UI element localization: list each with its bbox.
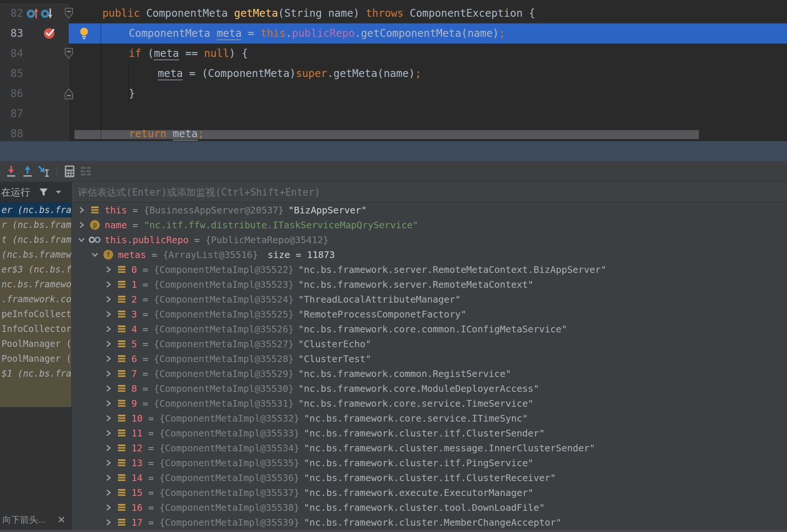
chevron-right-icon[interactable] bbox=[105, 325, 112, 333]
gutter[interactable]: 87 bbox=[0, 104, 69, 124]
gutter[interactable]: 82 bbox=[0, 3, 69, 23]
chevron-right-icon[interactable] bbox=[105, 444, 112, 452]
chevron-right-icon[interactable] bbox=[105, 266, 112, 273]
array-item-row[interactable]: 7 = {ComponentMetaImpl@35529}"nc.bs.fram… bbox=[72, 366, 787, 381]
stack-frame-item[interactable]: r (nc.bs.frame bbox=[0, 217, 71, 232]
array-item-row[interactable]: 8 = {ComponentMetaImpl@35530}"nc.bs.fram… bbox=[72, 381, 787, 396]
stack-frame-item[interactable]: peInfoCollecto bbox=[0, 307, 71, 322]
fold-end-icon[interactable] bbox=[64, 88, 74, 100]
chevron-right-icon[interactable] bbox=[105, 296, 112, 303]
expand-toggle[interactable] bbox=[105, 340, 112, 348]
breakpoint-icon[interactable] bbox=[43, 27, 56, 40]
chevron-right-icon[interactable] bbox=[105, 429, 112, 437]
override-down-icon[interactable] bbox=[40, 6, 54, 21]
chevron-right-icon[interactable] bbox=[78, 206, 85, 214]
variable-row[interactable]: this = {BusinessAppServer@20537}"BizAppS… bbox=[72, 203, 787, 217]
import-watches-button[interactable] bbox=[3, 163, 19, 180]
variables-tree[interactable]: this = {BusinessAppServer@20537}"BizAppS… bbox=[72, 203, 787, 530]
code-line[interactable]: meta = (ComponentMeta)super.getMeta(name… bbox=[69, 64, 787, 84]
filter-icon[interactable] bbox=[38, 187, 49, 197]
chevron-right-icon[interactable] bbox=[105, 474, 112, 481]
stack-frame-item[interactable]: er$3 (nc.bs.fr bbox=[0, 262, 71, 277]
array-item-row[interactable]: 2 = {ComponentMetaImpl@35524}"ThreadLoca… bbox=[72, 292, 787, 307]
array-item-row[interactable]: 1 = {ComponentMetaImpl@35523}"nc.bs.fram… bbox=[72, 277, 787, 292]
breakpoint-area[interactable] bbox=[43, 23, 56, 43]
expand-toggle[interactable] bbox=[105, 415, 112, 422]
editor[interactable]: 82public ComponentMeta getMeta(String na… bbox=[0, 0, 787, 141]
code-line[interactable]: if (meta == null) { bbox=[69, 43, 787, 64]
chevron-right-icon[interactable] bbox=[105, 310, 112, 318]
array-item-row[interactable]: 9 = {ComponentMetaImpl@35531}"nc.bs.fram… bbox=[72, 396, 787, 411]
expand-toggle[interactable] bbox=[105, 429, 112, 437]
chevron-down-icon[interactable] bbox=[91, 251, 99, 258]
intention-bulb[interactable] bbox=[79, 23, 90, 43]
array-item-row[interactable]: 3 = {ComponentMetaImpl@35525}"RemoteProc… bbox=[72, 307, 787, 322]
expand-toggle[interactable] bbox=[105, 325, 112, 333]
chevron-right-icon[interactable] bbox=[105, 340, 112, 348]
stack-frame-item[interactable]: $1 (nc.bs.fram bbox=[0, 366, 71, 381]
evaluate-expression-button[interactable] bbox=[61, 163, 78, 180]
override-up-icon[interactable] bbox=[26, 6, 40, 21]
stack-frame-item[interactable]: er (nc.bs.fram bbox=[0, 203, 71, 217]
chevron-right-icon[interactable] bbox=[105, 415, 112, 422]
chevron-right-icon[interactable] bbox=[105, 370, 112, 377]
fold-marker[interactable] bbox=[64, 84, 74, 104]
expand-toggle[interactable] bbox=[105, 370, 112, 377]
expand-toggle[interactable] bbox=[78, 221, 85, 229]
chevron-right-icon[interactable] bbox=[105, 519, 112, 526]
expand-toggle[interactable] bbox=[91, 251, 99, 258]
code-line[interactable] bbox=[69, 104, 787, 124]
array-item-row[interactable]: 10 = {ComponentMetaImpl@35532}"nc.bs.fra… bbox=[72, 411, 787, 426]
stack-frame-item[interactable]: PoolManager (n bbox=[0, 351, 71, 366]
chevron-down-icon[interactable] bbox=[78, 236, 85, 243]
array-item-row[interactable]: 6 = {ComponentMetaImpl@35528}"ClusterTes… bbox=[72, 351, 787, 366]
expand-toggle[interactable] bbox=[105, 310, 112, 318]
chevron-right-icon[interactable] bbox=[105, 385, 112, 392]
array-item-row[interactable]: 11 = {ComponentMetaImpl@35533}"nc.bs.fra… bbox=[72, 426, 787, 441]
chevron-right-icon[interactable] bbox=[105, 504, 112, 511]
code-line[interactable]: public ComponentMeta getMeta(String name… bbox=[69, 3, 787, 23]
array-item-row[interactable]: 15 = {ComponentMetaImpl@35537}"nc.bs.fra… bbox=[72, 485, 787, 500]
array-item-row[interactable]: 17 = {ComponentMetaImpl@35539}"nc.bs.fra… bbox=[72, 515, 787, 530]
expand-toggle[interactable] bbox=[105, 281, 112, 288]
array-item-row[interactable]: 13 = {ComponentMetaImpl@35535}"nc.bs.fra… bbox=[72, 455, 787, 470]
array-item-row[interactable]: 12 = {ComponentMetaImpl@35534}"nc.bs.fra… bbox=[72, 441, 787, 455]
lightbulb-icon[interactable] bbox=[79, 27, 90, 40]
code-line[interactable]: ComponentMeta meta = this.publicRepo.get… bbox=[69, 23, 787, 43]
variable-row[interactable]: this.publicRepo = {PublicMetaRepo@35412} bbox=[72, 232, 787, 247]
expand-toggle[interactable] bbox=[105, 400, 112, 407]
expand-toggle[interactable] bbox=[78, 236, 85, 243]
expand-toggle[interactable] bbox=[105, 355, 112, 362]
array-item-row[interactable]: 14 = {ComponentMetaImpl@35536}"nc.bs.fra… bbox=[72, 470, 787, 485]
expand-toggle[interactable] bbox=[105, 504, 112, 511]
fold-collapse-icon[interactable] bbox=[64, 48, 74, 59]
export-watches-button[interactable] bbox=[19, 163, 36, 180]
code-line[interactable]: } bbox=[69, 84, 787, 104]
chevron-right-icon[interactable] bbox=[105, 459, 112, 467]
expand-toggle[interactable] bbox=[105, 444, 112, 452]
expand-toggle[interactable] bbox=[105, 385, 112, 392]
expand-toggle[interactable] bbox=[105, 266, 112, 273]
gutter[interactable]: 83 bbox=[0, 23, 69, 43]
frames-panel[interactable]: er (nc.bs.framr (nc.bs.framet (nc.bs.fra… bbox=[0, 203, 72, 530]
expand-toggle[interactable] bbox=[105, 296, 112, 303]
close-icon[interactable]: ✕ bbox=[57, 514, 71, 526]
expand-toggle[interactable] bbox=[105, 489, 112, 496]
expand-toggle[interactable] bbox=[105, 519, 112, 526]
fold-marker[interactable] bbox=[64, 3, 74, 23]
gutter[interactable]: 86 bbox=[0, 84, 69, 104]
array-item-row[interactable]: 4 = {ComponentMetaImpl@35526}"nc.bs.fram… bbox=[72, 322, 787, 336]
stack-frame-item[interactable]: nc.bs.framewor bbox=[0, 277, 71, 292]
gutter[interactable]: 85 bbox=[0, 64, 69, 84]
layout-options-button[interactable] bbox=[78, 163, 94, 180]
chevron-right-icon[interactable] bbox=[105, 355, 112, 362]
stack-frame-item[interactable]: InfoCollector bbox=[0, 322, 71, 336]
fold-marker[interactable] bbox=[64, 43, 74, 64]
evaluate-expression-input[interactable]: 评估表达式(Enter)或添加监视(Ctrl+Shift+Enter) bbox=[72, 182, 787, 202]
chevron-right-icon[interactable] bbox=[78, 221, 85, 229]
fold-collapse-icon[interactable] bbox=[64, 7, 74, 19]
variable-row[interactable]: fmetas = {ArrayList@35516}size = 11873 bbox=[72, 247, 787, 262]
variable-row[interactable]: pname = "nc.itf.ffw.distribute.ITaskServ… bbox=[72, 217, 787, 232]
stack-frame-item[interactable]: PoolManager (n bbox=[0, 336, 71, 351]
expand-toggle[interactable] bbox=[105, 474, 112, 481]
